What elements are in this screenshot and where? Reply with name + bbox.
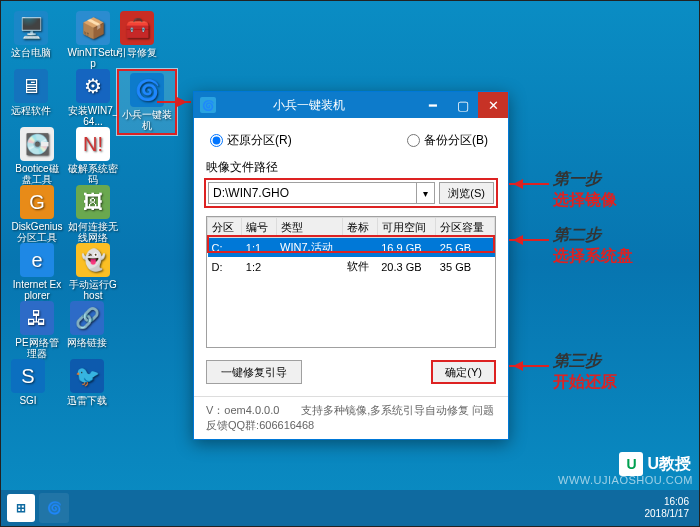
start-button[interactable]: ⊞ <box>7 494 35 522</box>
dialog-title: 小兵一键装机 <box>200 97 418 114</box>
desktop-icon-network-conn[interactable]: 🔗网络链接 <box>67 301 107 348</box>
path-dropdown-button[interactable]: ▾ <box>417 182 435 204</box>
ok-button[interactable]: 确定(Y) <box>431 360 496 384</box>
desktop-icon-wifi-howto[interactable]: 🖼如何连接无线网络 <box>67 185 119 243</box>
desktop-icon-winntsetup[interactable]: 📦WinNTSetup <box>67 11 119 69</box>
annotation-step2: 第二步 选择系统盘 <box>553 225 633 267</box>
desktop-icon-sgi[interactable]: SSGI <box>11 359 45 406</box>
desktop-icon-diskgenius[interactable]: GDiskGenius分区工具 <box>11 185 63 243</box>
installer-dialog: 🌀 小兵一键装机 ━ ▢ ✕ 还原分区(R) 备份分区(B) 映像文件路径 ▾ … <box>193 91 509 440</box>
taskbar[interactable]: ⊞ 🌀 16:06 2018/1/17 <box>1 490 699 526</box>
desktop-icon-bootice[interactable]: 💽Bootice磁盘工具 <box>11 127 63 185</box>
desktop-icon-remote[interactable]: 🖥远程软件 <box>11 69 51 116</box>
desktop-icon-this-pc[interactable]: 🖥️这台电脑 <box>11 11 51 58</box>
path-row: ▾ 浏览(S) <box>204 178 498 208</box>
desktop-icon-crack-password[interactable]: N!破解系统密码 <box>67 127 119 185</box>
logo-icon: U <box>619 452 643 476</box>
logo-ujiaoshou: U U教授 <box>619 452 691 476</box>
arrow-step2 <box>509 239 549 241</box>
dialog-titlebar[interactable]: 🌀 小兵一键装机 ━ ▢ ✕ <box>194 92 508 118</box>
table-row[interactable]: C: 1:1 WIN7,活动 16.9 GB 25 GB <box>208 238 495 258</box>
desktop-icon-ie[interactable]: eInternet Explorer <box>11 243 63 301</box>
annotation-step1: 第一步 选择镜像 <box>553 169 617 211</box>
path-label: 映像文件路径 <box>206 159 496 176</box>
col-label[interactable]: 卷标 <box>343 218 377 238</box>
radio-restore-input[interactable] <box>210 134 223 147</box>
table-row[interactable]: D: 1:2 软件 20.3 GB 35 GB <box>208 257 495 276</box>
annotation-step3: 第三步 开始还原 <box>553 351 617 393</box>
minimize-button[interactable]: ━ <box>418 92 448 118</box>
watermark: WWW.UJIAOSHOU.COM <box>558 474 693 486</box>
mode-radio-row: 还原分区(R) 备份分区(B) <box>206 128 496 159</box>
col-partition[interactable]: 分区 <box>208 218 242 238</box>
radio-backup[interactable]: 备份分区(B) <box>407 132 488 149</box>
close-button[interactable]: ✕ <box>478 92 508 118</box>
desktop-icon-manual-ghost[interactable]: 👻手动运行Ghost <box>67 243 119 301</box>
arrow-icon-to-dialog <box>157 101 191 103</box>
desktop-icon-thunder[interactable]: 🐦迅雷下载 <box>67 359 107 406</box>
col-type[interactable]: 类型 <box>276 218 343 238</box>
repair-boot-button[interactable]: 一键修复引导 <box>206 360 302 384</box>
taskbar-clock[interactable]: 16:06 2018/1/17 <box>645 496 694 520</box>
col-free[interactable]: 可用空间 <box>377 218 436 238</box>
radio-backup-input[interactable] <box>407 134 420 147</box>
maximize-button[interactable]: ▢ <box>448 92 478 118</box>
desktop-icon-installwin7[interactable]: ⚙安装WIN7_64... <box>67 69 119 127</box>
taskbar-app-installer[interactable]: 🌀 <box>39 493 69 523</box>
col-size[interactable]: 分区容量 <box>436 218 495 238</box>
desktop-icon-pe-network[interactable]: 🖧PE网络管理器 <box>11 301 63 359</box>
desktop-icon-bootfix[interactable]: 🧰引导修复 <box>117 11 157 58</box>
arrow-step1 <box>509 183 549 185</box>
dialog-footer: V：oem4.0.0.0 支持多种镜像,多系统引导自动修复 问题反馈QQ群:60… <box>194 396 508 439</box>
arrow-step3 <box>509 365 549 367</box>
image-path-input[interactable] <box>208 182 417 204</box>
browse-button[interactable]: 浏览(S) <box>439 182 494 204</box>
partition-table[interactable]: 分区 编号 类型 卷标 可用空间 分区容量 C: 1:1 WIN7,活动 <box>206 216 496 348</box>
col-number[interactable]: 编号 <box>242 218 276 238</box>
radio-restore[interactable]: 还原分区(R) <box>210 132 292 149</box>
